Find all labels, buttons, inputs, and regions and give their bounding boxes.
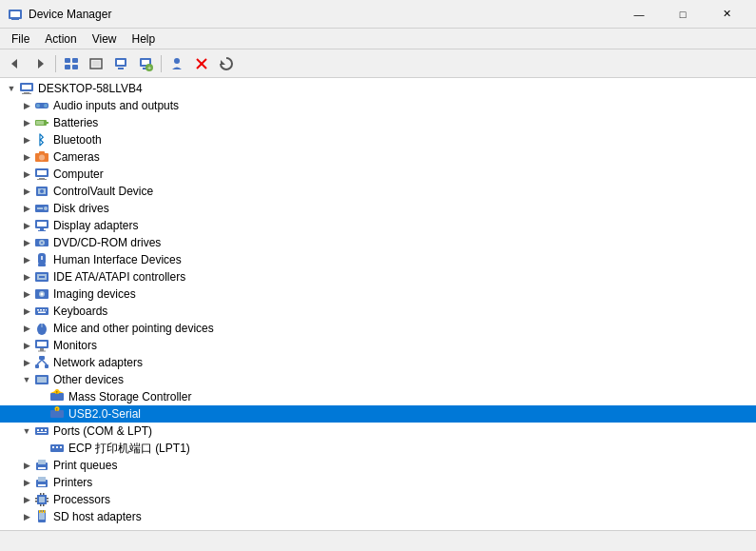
sd-expand[interactable]: ▶ [19,509,34,524]
toolbar-btn-1[interactable] [60,52,83,75]
forward-button[interactable] [29,52,51,75]
update-button[interactable] [215,52,238,75]
batteries-expand[interactable]: ▶ [19,115,34,130]
toolbar-btn-3[interactable] [109,52,132,75]
display-icon [34,218,49,233]
ide-icon [34,269,49,285]
uninstall-button[interactable] [190,52,213,75]
mass-storage-icon: ! ! [49,389,65,404]
svg-marker-23 [221,60,225,65]
svg-rect-8 [65,65,70,69]
device-tree[interactable]: ▼ DESKTOP-58LLVB4 ▶ Audio [0,78,756,530]
svg-rect-58 [38,264,46,266]
controlvault-expand[interactable]: ▶ [19,184,34,199]
svg-text:ᛒ: ᛒ [37,132,45,148]
tree-item-ports[interactable]: ▼ Ports (COM & LPT) [0,423,756,440]
svg-rect-85 [37,377,47,383]
svg-rect-42 [37,179,47,180]
maximize-button[interactable]: □ [661,0,705,29]
other-expand[interactable]: ▼ [19,372,34,387]
hid-expand[interactable]: ▶ [19,252,34,267]
bluetooth-label: Bluetooth [53,133,102,147]
display-expand[interactable]: ▶ [19,218,34,233]
toolbar-btn-2[interactable] [85,52,107,75]
sd-icon [34,509,49,524]
tree-item-keyboards[interactable]: ▶ Keyboards [0,303,756,320]
menu-help[interactable]: Help [125,30,164,48]
hid-icon [34,252,49,267]
usb2serial-label: USB2.0-Serial [68,407,141,421]
imaging-expand[interactable]: ▶ [19,286,34,302]
tree-item-processors[interactable]: ▶ Processors [0,491,756,508]
keyboards-label: Keyboards [53,305,107,318]
tree-item-printq[interactable]: ▶ Print queues [0,457,756,474]
printers-expand[interactable]: ▶ [19,475,34,490]
monitors-label: Monitors [53,339,97,352]
ide-label: IDE ATA/ATAPI controllers [53,270,185,284]
tree-item-diskdrives[interactable]: ▶ Disk drives [0,200,756,217]
network-expand[interactable]: ▶ [19,355,34,370]
processors-expand[interactable]: ▶ [19,492,34,507]
svg-marker-4 [11,59,17,69]
printq-expand[interactable]: ▶ [19,458,34,473]
tree-item-ecp[interactable]: ▶ ECP 打印机端口 (LPT1) [0,440,756,457]
tree-item-mass-storage[interactable]: ▶ ! ! Mass Storage Controller [0,388,756,405]
close-button[interactable]: ✕ [705,0,748,29]
audio-expand[interactable]: ▶ [19,98,34,113]
toolbar-btn-4[interactable]: + [134,52,157,75]
mice-expand[interactable]: ▶ [19,321,34,336]
tree-root[interactable]: ▼ DESKTOP-58LLVB4 [0,80,756,97]
controlvault-label: ControlVault Device [53,185,153,198]
tree-item-batteries[interactable]: ▶ Batteries [0,114,756,131]
tree-item-hid[interactable]: ▶ Human Interface Devices [0,251,756,268]
ports-expand[interactable]: ▼ [19,423,34,439]
tree-item-cameras[interactable]: ▶ Cameras [0,148,756,166]
tree-item-dvd[interactable]: ▶ DVD/CD-ROM drives [0,234,756,251]
tree-item-mice[interactable]: ▶ Mice and other pointing devices [0,320,756,337]
toolbar-btn-5[interactable] [165,52,188,75]
disk-expand[interactable]: ▶ [19,201,34,216]
tree-item-network[interactable]: ▶ Network adapters [0,354,756,371]
svg-rect-61 [39,276,45,278]
mice-label: Mice and other pointing devices [53,322,214,335]
tree-item-other[interactable]: ▼ Other devices [0,371,756,388]
bluetooth-expand[interactable]: ▶ [19,132,34,148]
computer-label: Computer [53,167,104,181]
tree-item-audio[interactable]: ▶ Audio inputs and outputs [0,97,756,114]
menu-action[interactable]: Action [37,30,84,48]
tree-item-monitors[interactable]: ▶ Monitors [0,337,756,354]
monitors-expand[interactable]: ▶ [19,338,34,353]
tree-item-printers[interactable]: ▶ Printers [0,474,756,491]
keyboards-expand[interactable]: ▶ [19,304,34,319]
cameras-label: Cameras [53,150,100,164]
svg-rect-100 [52,446,54,448]
tree-item-controlvault[interactable]: ▶ ControlVault Device [0,183,756,200]
minimize-button[interactable]: — [617,0,661,29]
svg-rect-80 [35,364,39,368]
svg-marker-5 [38,59,44,69]
network-label: Network adapters [53,356,143,369]
computer-expand[interactable]: ▶ [19,167,34,182]
tree-item-display[interactable]: ▶ Display adapters [0,217,756,234]
back-button[interactable] [4,52,27,75]
tree-item-sd[interactable]: ▶ SD host adapters [0,508,756,525]
menu-file[interactable]: File [4,30,37,48]
svg-rect-105 [38,467,46,469]
tree-item-ide[interactable]: ▶ IDE ATA/ATAPI controllers [0,268,756,285]
tree-item-usb2serial[interactable]: ▶ ! USB2.0-Serial [0,405,756,423]
ide-expand[interactable]: ▶ [19,269,34,285]
cameras-expand[interactable]: ▶ [19,149,34,165]
audio-icon [34,98,49,113]
svg-rect-111 [40,493,42,495]
svg-rect-76 [37,342,47,346]
svg-rect-14 [118,68,124,69]
keyboard-icon [34,304,49,319]
tree-item-bluetooth[interactable]: ▶ ᛒ Bluetooth [0,131,756,148]
svg-rect-67 [40,309,42,311]
root-expand[interactable]: ▼ [4,81,19,96]
tree-item-imaging[interactable]: ▶ Imaging devices [0,285,756,303]
menu-view[interactable]: View [85,30,125,48]
tree-item-computer[interactable]: ▶ Computer [0,166,756,183]
dvd-expand[interactable]: ▶ [19,235,34,250]
usb2serial-icon: ! [49,406,65,422]
